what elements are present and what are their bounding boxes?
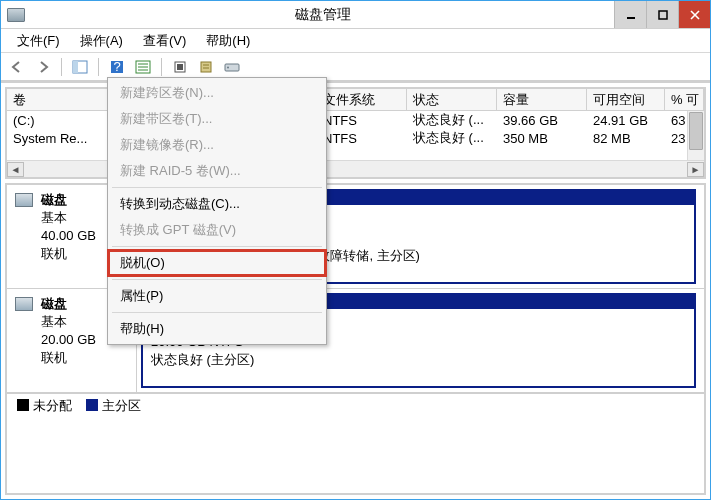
ctx-separator	[112, 246, 322, 247]
show-hide-tree-button[interactable]	[70, 57, 90, 77]
legend-unalloc: 未分配	[17, 397, 72, 415]
ctx-help[interactable]: 帮助(H)	[108, 316, 326, 342]
col-free[interactable]: 可用空间	[587, 89, 665, 110]
cell-fs: NTFS	[317, 131, 407, 146]
scroll-left-button[interactable]: ◄	[7, 162, 24, 177]
ctx-convert-dynamic[interactable]: 转换到动态磁盘(C)...	[108, 191, 326, 217]
svg-rect-0	[627, 17, 635, 19]
svg-line-2	[691, 11, 699, 19]
maximize-button[interactable]	[646, 1, 678, 28]
menu-action[interactable]: 操作(A)	[70, 30, 133, 52]
col-capacity[interactable]: 容量	[497, 89, 587, 110]
disk0-type: 基本	[41, 209, 96, 227]
ctx-separator	[112, 279, 322, 280]
menu-view[interactable]: 查看(V)	[133, 30, 196, 52]
disk-icon	[15, 193, 33, 207]
separator	[98, 58, 99, 76]
minimize-button[interactable]	[614, 1, 646, 28]
cell-status: 状态良好 (...	[407, 129, 497, 147]
settings-button[interactable]	[196, 57, 216, 77]
window-buttons	[614, 1, 710, 28]
svg-point-18	[227, 66, 229, 68]
scrollbar-thumb[interactable]	[689, 112, 703, 150]
cell-fs: NTFS	[317, 113, 407, 128]
action-list-button[interactable]	[133, 57, 153, 77]
disk0-header-text: 磁盘 基本 40.00 GB 联机	[41, 191, 96, 263]
close-button[interactable]	[678, 1, 710, 28]
disk-icon	[15, 297, 33, 311]
disk1-state: 联机	[41, 349, 96, 367]
cell-free: 24.91 GB	[587, 113, 665, 128]
cell-cap: 350 MB	[497, 131, 587, 146]
ctx-new-mirror[interactable]: 新建镜像卷(R)...	[108, 132, 326, 158]
swatch-black-icon	[17, 399, 29, 411]
vertical-scrollbar[interactable]	[687, 111, 704, 160]
menu-file[interactable]: 文件(F)	[7, 30, 70, 52]
separator	[61, 58, 62, 76]
svg-line-3	[691, 11, 699, 19]
legend: 未分配 主分区	[7, 393, 704, 417]
ctx-new-raid5[interactable]: 新建 RAID-5 卷(W)...	[108, 158, 326, 184]
svg-rect-1	[659, 11, 667, 19]
help-button[interactable]: ?	[107, 57, 127, 77]
disk0-label: 磁盘	[41, 192, 67, 207]
col-status[interactable]: 状态	[407, 89, 497, 110]
ctx-convert-gpt[interactable]: 转换成 GPT 磁盘(V)	[108, 217, 326, 243]
scroll-right-button[interactable]: ►	[687, 162, 704, 177]
ctx-separator	[112, 312, 322, 313]
ctx-new-spanned[interactable]: 新建跨区卷(N)...	[108, 80, 326, 106]
disk1-type: 基本	[41, 313, 96, 331]
client-area: 卷 布局 类型 文件系统 状态 容量 可用空间 % 可 (C:) NTFS 状态…	[1, 81, 710, 499]
cell-cap: 39.66 GB	[497, 113, 587, 128]
window-title: 磁盘管理	[31, 6, 614, 24]
col-pct[interactable]: % 可	[665, 89, 704, 110]
svg-rect-5	[73, 61, 78, 73]
disk0-size: 40.00 GB	[41, 227, 96, 245]
refresh-button[interactable]	[170, 57, 190, 77]
disk1-header-text: 磁盘 基本 20.00 GB 联机	[41, 295, 96, 367]
app-icon	[7, 8, 25, 22]
cell-free: 82 MB	[587, 131, 665, 146]
svg-rect-14	[201, 62, 211, 72]
svg-rect-13	[177, 64, 183, 70]
ctx-properties[interactable]: 属性(P)	[108, 283, 326, 309]
title-bar: 磁盘管理	[1, 1, 710, 29]
back-button[interactable]	[7, 57, 27, 77]
legend-primary: 主分区	[86, 397, 141, 415]
forward-button[interactable]	[33, 57, 53, 77]
context-menu: 新建跨区卷(N)... 新建带区卷(T)... 新建镜像卷(R)... 新建 R…	[107, 77, 327, 345]
ctx-new-striped[interactable]: 新建带区卷(T)...	[108, 106, 326, 132]
ctx-separator	[112, 187, 322, 188]
menu-help[interactable]: 帮助(H)	[196, 30, 260, 52]
cell-status: 状态良好 (...	[407, 111, 497, 129]
content-wrap: 卷 布局 类型 文件系统 状态 容量 可用空间 % 可 (C:) NTFS 状态…	[1, 83, 710, 499]
disk-settings-button[interactable]	[222, 57, 242, 77]
d1-status: 状态良好 (主分区)	[151, 351, 686, 369]
legend-unalloc-label: 未分配	[33, 398, 72, 413]
disk1-label: 磁盘	[41, 296, 67, 311]
menu-bar: 文件(F) 操作(A) 查看(V) 帮助(H)	[1, 29, 710, 53]
disk0-state: 联机	[41, 245, 96, 263]
col-fs[interactable]: 文件系统	[317, 89, 407, 110]
separator	[161, 58, 162, 76]
svg-text:?: ?	[113, 60, 120, 74]
legend-primary-label: 主分区	[102, 398, 141, 413]
ctx-offline[interactable]: 脱机(O)	[108, 250, 326, 276]
disk1-size: 20.00 GB	[41, 331, 96, 349]
swatch-blue-icon	[86, 399, 98, 411]
